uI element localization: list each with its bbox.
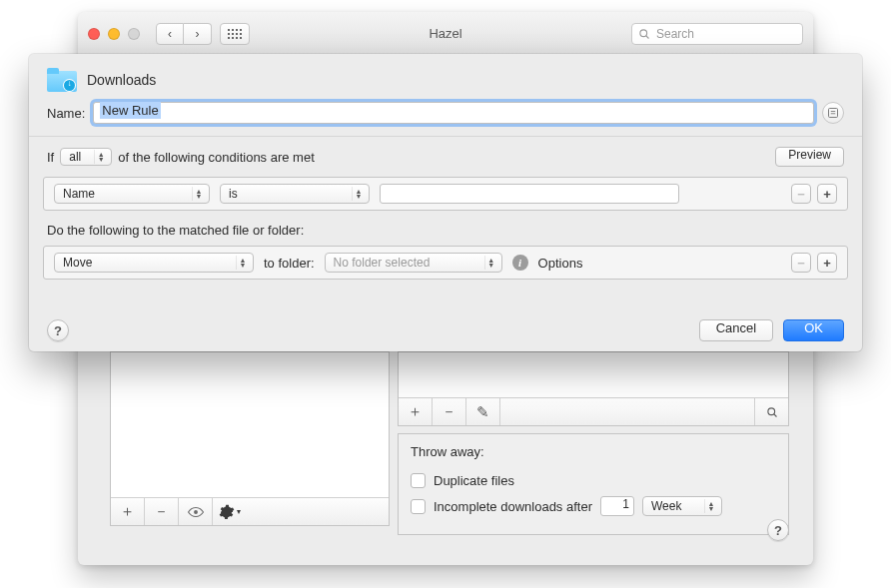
help-button[interactable]: ? <box>767 519 789 541</box>
show-all-button[interactable] <box>220 23 250 45</box>
minus-icon: − <box>797 256 805 271</box>
search-icon <box>766 406 778 418</box>
titlebar: ‹ › Hazel Search <box>78 12 813 56</box>
condition-value-input[interactable] <box>380 184 679 204</box>
rule-name-label: Name: <box>47 106 85 121</box>
rule-editor-sheet: Downloads Name: New Rule If all ▲▼ of th… <box>29 54 862 351</box>
rule-name-input[interactable]: New Rule <box>93 102 814 124</box>
action-destination-select[interactable]: No folder selected ▲▼ <box>325 253 502 273</box>
cancel-label: Cancel <box>716 320 756 335</box>
stepper-icon: ▲▼ <box>484 256 497 270</box>
sheet-folder-name: Downloads <box>87 72 156 88</box>
add-rule-button[interactable]: ＋ <box>399 398 433 425</box>
nav-buttons: ‹ › <box>156 23 212 45</box>
plus-icon: + <box>823 187 831 202</box>
grid-icon <box>228 29 242 39</box>
folders-list[interactable]: ＋ － ▾ <box>110 351 390 526</box>
condition-attribute-select[interactable]: Name ▲▼ <box>54 184 210 204</box>
match-scope-select[interactable]: all ▲▼ <box>60 148 112 166</box>
pencil-icon: ✎ <box>476 403 489 421</box>
rule-notes-button[interactable] <box>822 102 844 124</box>
plus-icon: ＋ <box>408 402 423 421</box>
add-condition-button[interactable]: + <box>817 184 837 204</box>
minus-icon: － <box>154 502 169 521</box>
incomplete-downloads-unit-select[interactable]: Week ▲▼ <box>642 496 722 516</box>
cancel-button[interactable]: Cancel <box>699 319 773 341</box>
if-suffix-label: of the following conditions are met <box>118 150 315 165</box>
rules-list-footer: ＋ － ✎ <box>399 397 788 425</box>
actions-header-label: Do the following to the matched file or … <box>29 211 862 246</box>
stepper-icon: ▲▼ <box>192 187 205 201</box>
svg-rect-5 <box>829 109 838 118</box>
stepper-icon: ▲▼ <box>704 499 717 513</box>
condition-attribute-value: Name <box>63 187 95 201</box>
ok-button[interactable]: OK <box>783 319 844 341</box>
chevron-down-icon: ▾ <box>237 507 241 516</box>
duplicate-files-checkbox[interactable] <box>411 473 426 488</box>
minimize-window-button[interactable] <box>108 28 120 40</box>
plus-icon: ＋ <box>120 502 135 521</box>
close-window-button[interactable] <box>88 28 100 40</box>
duplicate-files-label: Duplicate files <box>434 473 514 488</box>
window-controls <box>88 28 140 40</box>
filter-rules-button[interactable] <box>754 398 788 425</box>
ok-label: OK <box>804 320 823 335</box>
remove-condition-button[interactable]: − <box>791 184 811 204</box>
action-verb-select[interactable]: Move ▲▼ <box>54 253 254 273</box>
incomplete-downloads-value[interactable]: 1 <box>600 496 634 516</box>
rule-name-row: Name: New Rule <box>29 102 862 136</box>
action-row: Move ▲▼ to folder: No folder selected ▲▼… <box>43 246 848 280</box>
throw-away-heading: Throw away: <box>411 444 776 459</box>
question-icon: ? <box>54 323 62 338</box>
rules-list[interactable]: ＋ － ✎ <box>398 351 789 426</box>
conditions-header-row: If all ▲▼ of the following conditions ar… <box>29 137 862 177</box>
svg-point-0 <box>640 29 647 36</box>
preview-label: Preview <box>788 148 831 162</box>
preview-folder-button[interactable] <box>179 498 213 525</box>
chevron-right-icon: › <box>196 27 200 41</box>
eye-icon <box>187 506 205 518</box>
incomplete-downloads-label: Incomplete downloads after <box>434 499 592 514</box>
minus-icon: − <box>797 187 805 202</box>
remove-action-button[interactable]: − <box>791 253 811 273</box>
plus-icon: + <box>823 256 831 271</box>
toolbar-search-field[interactable]: Search <box>631 23 803 45</box>
minus-icon: － <box>442 402 456 421</box>
sheet-help-button[interactable]: ? <box>47 319 69 341</box>
if-label: If <box>47 150 54 165</box>
rule-name-value: New Rule <box>100 102 160 119</box>
incomplete-downloads-checkbox[interactable] <box>411 499 426 514</box>
svg-point-2 <box>194 510 198 514</box>
remove-rule-button[interactable]: － <box>433 398 466 425</box>
action-options-button[interactable]: Options <box>538 256 583 271</box>
remove-folder-button[interactable]: － <box>145 498 179 525</box>
note-icon <box>827 107 839 119</box>
sheet-footer: ? Cancel OK <box>29 309 862 351</box>
svg-line-4 <box>773 413 776 416</box>
condition-operator-select[interactable]: is ▲▼ <box>220 184 370 204</box>
stepper-icon: ▲▼ <box>236 256 249 270</box>
action-verb-value: Move <box>63 256 92 270</box>
throw-away-panel: Throw away: Duplicate files Incomplete d… <box>398 433 789 535</box>
download-badge-icon <box>64 80 75 91</box>
edit-rule-button[interactable]: ✎ <box>466 398 500 425</box>
preview-button[interactable]: Preview <box>775 147 844 167</box>
svg-line-1 <box>646 35 649 38</box>
chevron-left-icon: ‹ <box>168 27 172 41</box>
unit-value: Week <box>651 499 681 513</box>
back-button[interactable]: ‹ <box>156 23 184 45</box>
folders-list-footer: ＋ － ▾ <box>111 497 389 525</box>
sheet-header: Downloads <box>29 54 862 102</box>
zoom-window-button[interactable] <box>128 28 140 40</box>
condition-row: Name ▲▼ is ▲▼ − + <box>43 177 848 211</box>
folder-actions-menu[interactable]: ▾ <box>213 498 247 525</box>
question-icon: ? <box>774 523 782 538</box>
forward-button[interactable]: › <box>184 23 212 45</box>
action-destination-value: No folder selected <box>334 256 431 270</box>
add-action-button[interactable]: + <box>817 253 837 273</box>
info-icon: i <box>512 255 528 271</box>
action-to-label: to folder: <box>264 256 315 271</box>
gear-icon <box>219 504 235 520</box>
stepper-icon: ▲▼ <box>352 187 365 201</box>
add-folder-button[interactable]: ＋ <box>111 498 145 525</box>
